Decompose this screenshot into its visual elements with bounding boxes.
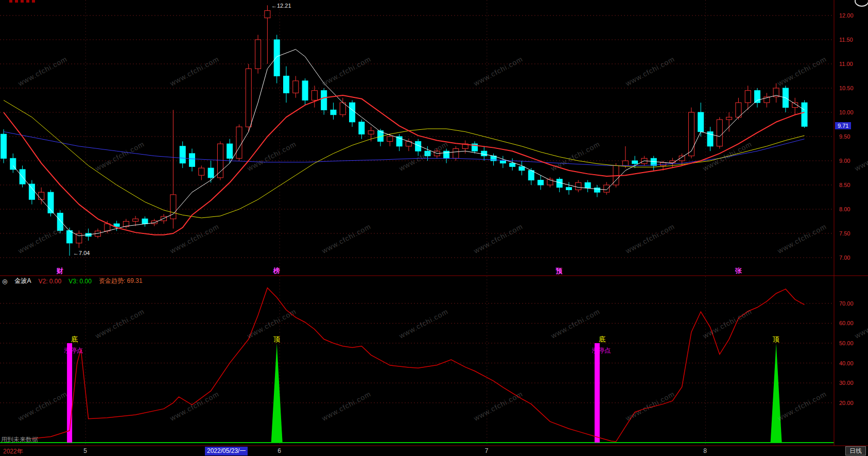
candle-body (180, 146, 185, 163)
candle-body (57, 213, 63, 231)
signal-top-label: 顶 (273, 335, 280, 344)
candle-body (510, 163, 515, 167)
candle-body (425, 151, 430, 156)
event-marker: 榜 (273, 266, 280, 276)
candle-body (566, 188, 572, 190)
candle-body (632, 161, 638, 164)
indicator-v2-value: V2: 0.00 (39, 278, 62, 285)
candle-body (453, 149, 459, 159)
candle-body (1, 134, 7, 158)
future-data-note: 用到未来数据 (1, 435, 38, 444)
candle-body (293, 81, 299, 93)
candle-body (208, 168, 214, 178)
x-axis-year-label: 2022年 (3, 447, 23, 456)
chart-canvas[interactable] (0, 0, 868, 456)
limit-up-bar (595, 343, 600, 443)
fund-trend-line (32, 288, 805, 442)
indicator-tick-label: 60.00 (839, 320, 854, 326)
price-tick-label: 11.50 (839, 37, 853, 43)
indicator-tick-label: 30.00 (839, 380, 854, 386)
signal-sub-label: 涨停点 (64, 346, 83, 355)
event-marker: 财 (57, 266, 63, 276)
x-tick-label: 7 (485, 447, 489, 454)
indicator-tick-label: 50.00 (839, 340, 854, 346)
price-tick-label: 10.00 (839, 109, 854, 115)
candle-body (284, 76, 289, 93)
candle-body (688, 112, 694, 156)
clipped-toolbar-fragment (9, 0, 36, 3)
candle-body (585, 182, 591, 188)
signal-sub-label: 涨停点 (592, 346, 611, 355)
candle-body (538, 180, 544, 185)
x-tick-label: 5 (83, 447, 87, 454)
signal-top-label: 底 (71, 335, 78, 344)
indicator-trend-value: 资金趋势: 69.31 (99, 277, 143, 285)
candle-body (170, 195, 176, 219)
candle-body (274, 40, 280, 76)
signal-top-label: 顶 (773, 335, 779, 344)
candle-body (255, 40, 261, 69)
candle-body (802, 103, 807, 126)
candle-body (350, 103, 355, 122)
event-marker: 张 (735, 266, 741, 276)
price-tick-label: 12.00 (839, 12, 854, 19)
candle-body (519, 166, 525, 171)
indicator-tick-label: 20.00 (839, 400, 854, 406)
candle-body (387, 137, 393, 141)
price-tick-label: 7.50 (839, 230, 850, 237)
price-tick-label: 9.00 (839, 158, 850, 164)
indicator-header: ◎ 金波A V2: 0.00 V3: 0.00 资金趋势: 69.31 (2, 277, 143, 285)
indicator-name[interactable]: 金波A (14, 277, 31, 285)
period-selector[interactable]: 日线 (845, 446, 866, 455)
candle-body (481, 151, 487, 156)
indicator-v3-value: V3: 0.00 (68, 278, 92, 285)
candle-body (217, 144, 223, 178)
indicator-cycle-icon[interactable]: ◎ (2, 278, 7, 285)
candle-body (142, 219, 148, 224)
price-tick-label: 10.50 (839, 85, 854, 91)
candle-body (444, 151, 449, 158)
candle-body (199, 168, 204, 175)
top-signal-triangle (771, 343, 782, 443)
price-tick-label: 8.50 (839, 182, 850, 188)
candle-body (105, 224, 110, 231)
candle-body (246, 69, 251, 127)
candle-body (726, 117, 732, 120)
candle-body (359, 122, 364, 134)
last-price-tag: 9.71 (835, 122, 851, 129)
candle-body (500, 161, 506, 163)
candle-body (698, 112, 704, 132)
candle-body (755, 91, 760, 103)
indicator-tick-label: 40.00 (839, 360, 854, 366)
ma-line-red (4, 95, 805, 235)
candle-body (736, 103, 741, 117)
candle-body (331, 110, 336, 114)
candle-body (321, 91, 327, 110)
candle-body (265, 11, 270, 18)
candle-body (717, 120, 722, 146)
high-price-marker: ←12.21 (271, 3, 291, 9)
candle-body (189, 154, 195, 166)
candle-body (528, 171, 534, 180)
candle-body (39, 192, 44, 199)
event-marker: 预 (556, 266, 563, 276)
candle-body (594, 188, 600, 192)
x-tick-label: 8 (703, 447, 707, 454)
candle-body (29, 184, 34, 199)
candle-body (622, 161, 628, 165)
candle-body (151, 221, 157, 224)
price-tick-label: 11.00 (839, 61, 853, 67)
price-tick-label: 9.50 (839, 133, 850, 140)
indicator-tick-label: 70.00 (839, 300, 854, 307)
price-tick-label: 7.00 (839, 255, 850, 261)
candle-body (227, 144, 233, 158)
low-price-marker: ←7.04 (73, 250, 90, 256)
price-tick-label: 8.00 (839, 206, 850, 212)
x-tick-label: 6 (277, 447, 281, 454)
candle-body (302, 81, 308, 100)
candle-body (604, 185, 610, 192)
candle-body (133, 219, 138, 222)
candle-body (576, 182, 581, 190)
candle-body (67, 230, 73, 243)
top-signal-triangle (271, 343, 283, 443)
